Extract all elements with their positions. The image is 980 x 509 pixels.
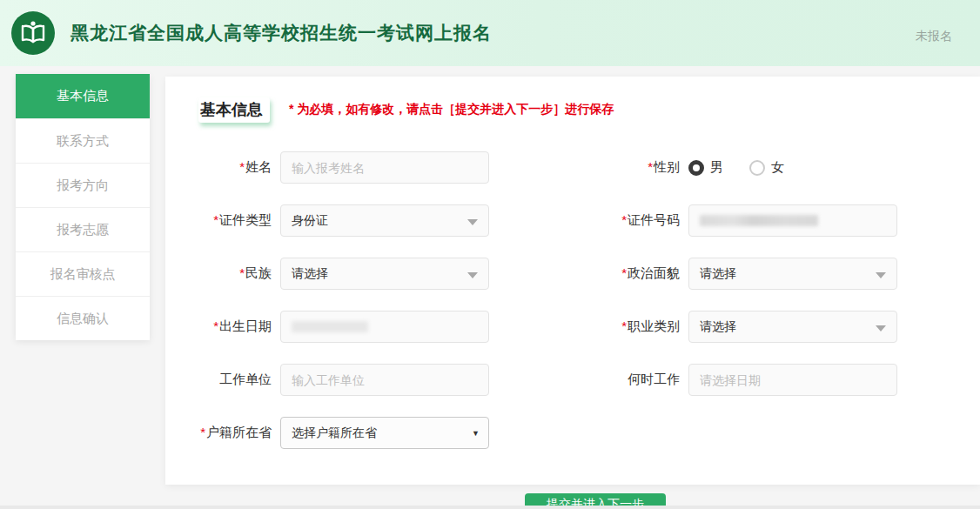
gender-radio-group: 男 女 (688, 159, 897, 176)
sidebar-item-confirmation[interactable]: 信息确认 (16, 296, 150, 340)
basic-info-form: *姓名 *性别 男 女 *证件类型 身份证 *证件号码 (165, 151, 980, 449)
gender-label: *性别 (489, 159, 688, 176)
work-start-label: 何时工作 (489, 372, 688, 388)
chevron-down-icon (467, 219, 478, 225)
required-marker: * (621, 318, 627, 333)
birth-date-field[interactable] (280, 311, 489, 343)
required-marker: * (213, 212, 218, 227)
required-marker: * (213, 318, 218, 333)
form-row: *户籍所在省 选择户籍所在省 (165, 417, 980, 449)
required-marker: * (621, 212, 627, 227)
required-marker: * (239, 265, 245, 280)
gender-male-radio[interactable]: 男 (688, 159, 723, 176)
form-row: *姓名 *性别 男 女 (165, 151, 980, 184)
occupation-value: 请选择 (700, 319, 736, 335)
id-number-field[interactable] (688, 204, 897, 237)
id-type-label: *证件类型 (165, 212, 280, 229)
gender-female-label: 女 (771, 159, 784, 176)
gender-male-label: 男 (710, 159, 723, 176)
form-row: *民族 请选择 *政治面貌 请选择 (165, 258, 980, 290)
employer-label: 工作单位 (165, 372, 280, 388)
required-note: * 为必填，如有修改，请点击［提交并进入下一步］进行保存 (289, 102, 614, 117)
app-header: 黑龙江省全国成人高等学校招生统一考试网上报名 未报名 (0, 0, 980, 66)
work-start-date-input[interactable] (688, 364, 897, 396)
id-type-value: 身份证 (292, 213, 328, 229)
sidebar-item-basic-info[interactable]: 基本信息 (16, 74, 150, 118)
radio-checked-icon (688, 160, 704, 176)
name-input[interactable] (280, 151, 489, 184)
political-status-dropdown[interactable]: 请选择 (688, 258, 897, 290)
form-row: *出生日期 *职业类别 请选择 (165, 311, 980, 343)
political-status-value: 请选择 (700, 266, 736, 282)
occupation-label: *职业类别 (489, 318, 688, 335)
province-label: *户籍所在省 (165, 425, 280, 441)
ethnicity-value: 请选择 (292, 266, 328, 282)
sidebar-item-contact[interactable]: 联系方式 (16, 118, 150, 163)
radio-unchecked-icon (749, 160, 765, 176)
registration-status-badge: 未报名 (916, 29, 952, 44)
basic-info-panel: 基本信息 * 为必填，如有修改，请点击［提交并进入下一步］进行保存 *姓名 *性… (165, 77, 980, 485)
ethnicity-dropdown[interactable]: 请选择 (280, 258, 489, 290)
section-title: 基本信息 (198, 97, 270, 123)
ethnicity-label: *民族 (165, 265, 280, 282)
chevron-down-icon (467, 272, 478, 278)
bottom-divider (0, 506, 980, 509)
chevron-down-icon (876, 325, 886, 332)
employer-input[interactable] (280, 364, 489, 396)
sidebar-item-review-site[interactable]: 报名审核点 (16, 251, 150, 296)
masked-birth-date-value (292, 321, 368, 332)
chevron-down-icon (876, 272, 886, 278)
page-title: 黑龙江省全国成人高等学校招生统一考试网上报名 (70, 21, 492, 45)
birth-date-label: *出生日期 (165, 318, 280, 335)
name-label: *姓名 (165, 159, 280, 176)
section-header: 基本信息 * 为必填，如有修改，请点击［提交并进入下一步］进行保存 (165, 97, 980, 122)
form-row: *证件类型 身份证 *证件号码 (165, 204, 980, 237)
masked-id-number-value (700, 215, 818, 226)
required-marker: * (621, 265, 627, 280)
required-marker: * (648, 159, 653, 174)
sidebar-item-preferences[interactable]: 报考志愿 (16, 207, 150, 251)
select-arrow-icon (472, 429, 480, 438)
province-select[interactable]: 选择户籍所在省 (280, 417, 489, 449)
sidebar-item-exam-direction[interactable]: 报考方向 (16, 163, 150, 207)
id-type-dropdown[interactable]: 身份证 (280, 204, 489, 237)
province-value: 选择户籍所在省 (292, 425, 377, 441)
required-marker: * (239, 159, 245, 174)
gender-female-radio[interactable]: 女 (749, 159, 784, 176)
form-row: 工作单位 何时工作 (165, 364, 980, 396)
step-sidebar: 基本信息 联系方式 报考方向 报考志愿 报名审核点 信息确认 (16, 74, 150, 340)
id-number-label: *证件号码 (489, 212, 688, 229)
required-marker: * (200, 425, 205, 439)
occupation-dropdown[interactable]: 请选择 (688, 311, 897, 343)
site-logo-book-icon (11, 11, 55, 55)
political-status-label: *政治面貌 (489, 265, 688, 282)
